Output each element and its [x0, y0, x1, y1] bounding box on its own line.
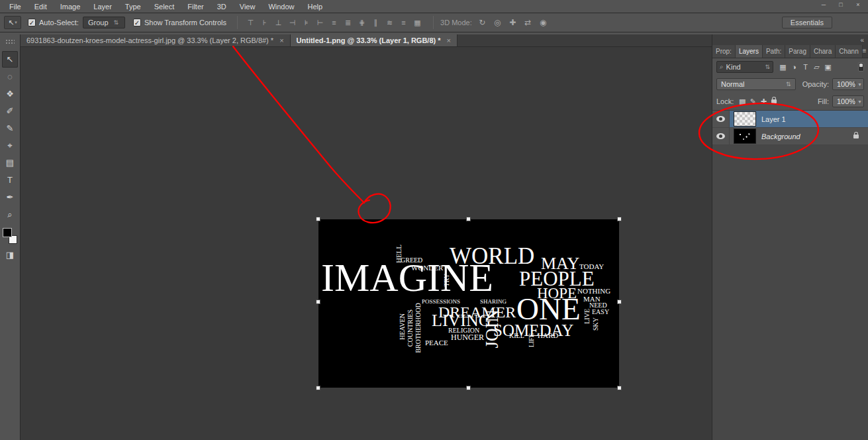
menu-item[interactable]: Image — [54, 0, 87, 13]
transform-handle[interactable] — [617, 217, 622, 221]
filter-pixel-layers-icon[interactable]: ▦ — [777, 62, 789, 72]
3d-pan-icon[interactable]: ✚ — [506, 17, 519, 29]
toolbar-grip[interactable] — [5, 39, 15, 44]
visibility-cell[interactable] — [712, 128, 730, 144]
panel-tab[interactable]: Layers — [736, 45, 763, 58]
document-tab[interactable]: 6931863-doutzen-kroes-model-actress-girl… — [21, 34, 291, 46]
tool-preset-picker[interactable]: ↖ ▾ — [4, 16, 21, 29]
brush-tool[interactable]: ✎ — [2, 120, 18, 137]
menu-item[interactable]: Window — [262, 0, 301, 13]
align-bottom-edges-icon[interactable]: ⊥ — [272, 17, 285, 29]
panel-tab[interactable]: Chara — [810, 45, 836, 58]
panel-tab[interactable]: Prop: — [712, 45, 736, 58]
quick-selection-tool[interactable]: ❖ — [2, 85, 18, 102]
filter-type-layers-icon[interactable]: T — [800, 62, 811, 72]
3d-roll-icon[interactable]: ◎ — [491, 17, 504, 29]
align-horizontal-centers-icon[interactable]: ⊧ — [300, 17, 313, 29]
menu-item[interactable]: Type — [119, 0, 148, 13]
layer-entry[interactable]: Background — [730, 128, 868, 144]
layer-filter-dropdown[interactable]: ⌕ Kind ⇅ — [716, 61, 773, 73]
canvas-area[interactable]: IMAGINE WORLD MAY TODAY GREED WONDER HEL… — [21, 47, 712, 440]
minimize-button[interactable]: ─ — [819, 1, 828, 8]
zoom-tool[interactable]: ⌕ — [2, 206, 18, 223]
document-tab[interactable]: Untitled-1.png @ 33.3% (Layer 1, RGB/8) … — [291, 34, 458, 46]
eyedropper-tool[interactable]: ✐ — [2, 103, 18, 119]
distribute-bottom-edges-icon[interactable]: ⋕ — [356, 17, 368, 29]
distribute-vertical-centers-icon[interactable]: ≣ — [342, 17, 354, 29]
menu-item[interactable]: Edit — [28, 0, 54, 13]
menu-item[interactable]: Layer — [87, 0, 119, 13]
distribute-top-edges-icon[interactable]: ≡ — [328, 17, 340, 29]
show-transform-checkbox[interactable]: ✓ — [133, 19, 141, 27]
panel-tab[interactable]: Chann — [836, 45, 862, 58]
gradient-tool[interactable]: ▤ — [2, 154, 18, 171]
lock-row: Lock: ▩ ✎ ✚ Fill: 100% ▾ — [712, 93, 868, 110]
filter-smart-objects-icon[interactable]: ▣ — [822, 62, 834, 72]
distribute-right-edges-icon[interactable]: ≡ — [397, 17, 410, 29]
filter-shape-layers-icon[interactable]: ▱ — [811, 62, 822, 72]
eye-icon[interactable] — [716, 116, 725, 122]
auto-align-layers-icon[interactable]: ▦ — [411, 17, 424, 29]
opacity-dropdown[interactable]: 100% ▾ — [832, 78, 864, 90]
workspace-switcher-button[interactable]: Essentials — [782, 17, 832, 28]
move-tool[interactable]: ↖ — [2, 51, 18, 68]
panel-menu-icon[interactable]: ≡ — [863, 45, 868, 58]
eye-icon[interactable] — [716, 133, 725, 139]
3d-scale-icon[interactable]: ◉ — [537, 17, 550, 29]
transform-handle[interactable] — [316, 386, 320, 390]
distribute-horizontal-centers-icon[interactable]: ≋ — [383, 17, 396, 29]
filter-toggle-switch[interactable] — [858, 62, 864, 72]
layer-row[interactable]: Layer 1 — [712, 111, 868, 128]
color-swatches[interactable] — [3, 228, 17, 244]
transform-handle[interactable] — [617, 300, 622, 304]
collapse-panels-icon[interactable]: « — [860, 36, 864, 44]
transform-handle[interactable] — [316, 217, 320, 221]
menu-item[interactable]: Help — [301, 0, 330, 13]
align-top-edges-icon[interactable]: ⊤ — [244, 17, 257, 29]
lasso-tool[interactable]: ◌ — [2, 68, 18, 85]
lock-all-icon[interactable] — [769, 96, 779, 107]
transform-handle[interactable] — [316, 300, 320, 304]
lock-image-pixels-icon[interactable]: ✎ — [747, 96, 758, 107]
panel-tab[interactable]: Parag — [785, 45, 810, 58]
restore-button[interactable]: □ — [836, 1, 845, 8]
type-tool[interactable]: T — [2, 172, 18, 188]
align-right-edges-icon[interactable]: ⊢ — [314, 17, 326, 29]
quick-mask-icon[interactable]: ◨ — [2, 247, 18, 263]
visibility-cell[interactable] — [712, 111, 730, 127]
layer-row[interactable]: Background — [712, 128, 868, 145]
transform-handle[interactable] — [466, 217, 471, 221]
3d-slide-icon[interactable]: ⇄ — [522, 17, 534, 29]
menu-item[interactable]: View — [233, 0, 262, 13]
menu-item[interactable]: File — [3, 0, 28, 13]
panel-tab[interactable]: Path: — [763, 45, 785, 58]
layer-entry[interactable]: Layer 1 — [730, 111, 868, 127]
close-button[interactable]: × — [853, 1, 863, 8]
clone-stamp-tool[interactable]: ⌖ — [2, 137, 18, 154]
layer-name[interactable]: Layer 1 — [761, 115, 786, 123]
transform-handle[interactable] — [466, 386, 471, 390]
layer-thumbnail[interactable] — [734, 129, 756, 144]
menu-item[interactable]: Filter — [181, 0, 210, 13]
pen-tool[interactable]: ✒ — [2, 189, 18, 205]
menu-item[interactable]: Select — [148, 0, 181, 13]
transform-handle[interactable] — [617, 386, 622, 390]
distribute-left-edges-icon[interactable]: ∥ — [369, 17, 382, 29]
align-left-edges-icon[interactable]: ⊣ — [286, 17, 299, 29]
layer-name[interactable]: Background — [761, 133, 800, 140]
auto-select-target-dropdown[interactable]: Group ⇅ — [83, 17, 125, 28]
foreground-color-swatch[interactable] — [3, 228, 12, 237]
tab-close-icon[interactable]: × — [447, 36, 451, 44]
layer-thumbnail[interactable] — [734, 111, 756, 127]
auto-select-checkbox[interactable]: ✓ — [28, 19, 36, 27]
align-vertical-centers-icon[interactable]: ⊦ — [258, 17, 271, 29]
lock-transparent-pixels-icon[interactable]: ▩ — [737, 96, 747, 107]
blend-mode-dropdown[interactable]: Normal ⇅ — [716, 78, 796, 90]
3d-orbit-icon[interactable]: ↻ — [476, 17, 489, 29]
lock-position-icon[interactable]: ✚ — [758, 96, 769, 107]
tab-close-icon[interactable]: × — [279, 36, 283, 44]
filter-adjustment-layers-icon[interactable]: ◑ — [789, 62, 800, 72]
fill-dropdown[interactable]: 100% ▾ — [832, 95, 864, 107]
menu-item[interactable]: 3D — [211, 0, 233, 13]
document-image[interactable]: IMAGINE WORLD MAY TODAY GREED WONDER HEL… — [318, 219, 619, 388]
